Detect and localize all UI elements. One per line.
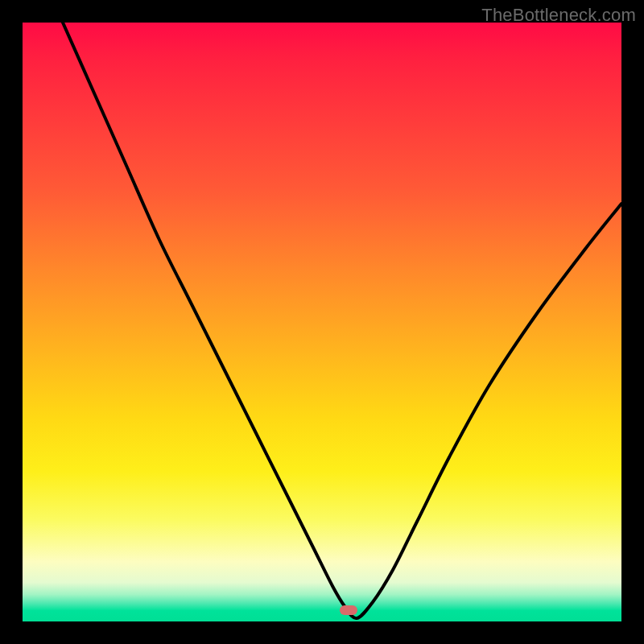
minimum-marker [340, 605, 357, 615]
plot-area [23, 23, 621, 621]
watermark-text: TheBottleneck.com [481, 5, 636, 26]
bottleneck-curve [23, 23, 621, 621]
chart-frame: TheBottleneck.com [0, 0, 644, 644]
